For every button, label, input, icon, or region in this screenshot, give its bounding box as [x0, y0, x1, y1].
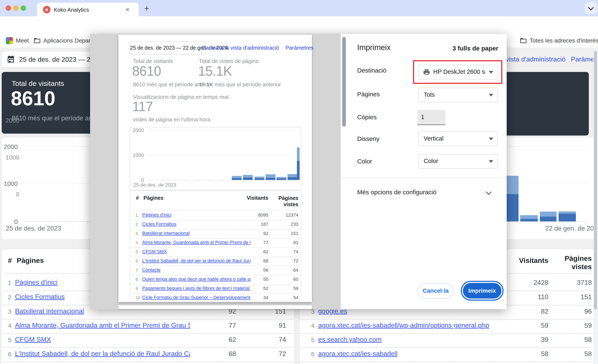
folder-icon [33, 37, 41, 44]
referrer-link[interactable]: es.search.yahoo.com [318, 336, 502, 343]
sheets-count: 3 fulls de paper [436, 45, 498, 52]
col-num: # [136, 195, 139, 201]
chevron-down-icon [588, 5, 594, 10]
copies-input[interactable]: 1 [417, 110, 445, 125]
destination-label: Destinació [357, 67, 386, 74]
y-tick: 2000 [2, 117, 19, 124]
print-preview-area: 25 de des. de 2023 — 22 de gen. de 2024 … [90, 34, 341, 309]
preview-chart-xlabel: 25 de des. de 2023 [133, 182, 176, 188]
preview-scrollbar-thumb[interactable] [342, 37, 346, 126]
layout-label: Disseny [357, 135, 380, 142]
folder-icon [520, 37, 527, 44]
panel-divider [341, 178, 507, 178]
tab-strip: e Koko Analytics × + [0, 0, 598, 16]
browser-toolbar: agora.xtec.cat/ies-sabadell/?koko-analyt… [0, 16, 598, 34]
realtime-sub: vistes de pàgina en l'última hora [133, 116, 210, 123]
preview-date-range: 25 de des. de 2023 — 22 de gen. de 2024 [130, 41, 206, 55]
color-value: Color [424, 157, 482, 165]
page-link[interactable]: L'Institut Sabadell, de dol per la defun… [15, 350, 190, 357]
preview-table: # Pàgines Visitants Pàgines vistes 1Pàgi… [130, 190, 301, 301]
dialog-title: Imprimeix [357, 43, 390, 52]
copies-value: 1 [421, 114, 424, 121]
table-row: 5 es.search.yahoo.com 39 58 [300, 333, 594, 348]
preview-admin-link: Canvia a la vista d'administració [202, 45, 279, 51]
referrer-link[interactable]: agora.xtec.cat/ies-sabadell/wp-admin/opt… [318, 322, 502, 329]
more-settings-label[interactable]: Més opcions de configuració [357, 189, 436, 196]
stat-value: 8610 [132, 63, 161, 79]
meet-icon [6, 37, 13, 44]
color-dropdown[interactable]: Color [418, 154, 498, 169]
x-ticks [151, 180, 299, 182]
chevron-down-icon [489, 71, 493, 74]
print-button[interactable]: Imprimeix [463, 283, 501, 298]
chevron-down-icon[interactable] [486, 189, 492, 195]
page-link[interactable]: Batxillerat internacional [142, 231, 251, 236]
main-chart-xlabel-right: 22 de gen. de 20 [510, 225, 594, 232]
page-link[interactable]: Pàgines d'inici [142, 212, 251, 218]
page-link[interactable]: CFGM SMX [15, 336, 190, 343]
bookmark-all-folder[interactable]: Totes les adreces d'interès [530, 37, 598, 44]
preview-chart: 2000 1000 0 25 de des. de 2023 [130, 127, 301, 190]
page-link[interactable]: L'Institut Sabadell, de dol per la defun… [142, 258, 251, 264]
table-row: 6 agora.xtec.cat/ies-sabadell 58 58 [300, 347, 594, 362]
window-close-button[interactable] [6, 5, 11, 11]
printer-icon [423, 68, 430, 76]
print-preview-page-1: 25 de des. de 2023 — 22 de gen. de 2024 … [118, 35, 312, 302]
header-divider [132, 210, 299, 210]
window-minimize-button[interactable] [13, 5, 18, 11]
print-settings-panel: Imprimeix 3 fulls de paper Destinació HP… [341, 34, 507, 309]
page-link[interactable]: Cicle Formatiu de Grau Superior – Desenv… [142, 295, 251, 300]
calendar-icon [7, 55, 15, 64]
layout-value: Vertical [424, 135, 482, 142]
page-link[interactable]: Cicles Formatius [142, 221, 251, 227]
bookmark-apps-folder[interactable]: Aplicacions Depar... [43, 37, 95, 44]
table-row: 4 agora.xtec.cat/ies-sabadell/wp-admin/o… [300, 319, 594, 334]
preview-chart-bars [130, 127, 301, 180]
browser-tab[interactable]: e Koko Analytics × [37, 3, 139, 16]
referrer-link[interactable]: agora.xtec.cat/ies-sabadell [318, 350, 502, 357]
tab-list-chevron-button[interactable] [585, 2, 597, 14]
tab-title: Koko Analytics [54, 7, 89, 13]
col-views: Pàgines vistes [273, 195, 298, 207]
browser-window: e Koko Analytics × + agora.xtec.cat/ies-… [0, 0, 598, 364]
page-link[interactable]: Alma Morante, Guardonada amb el Primer P… [142, 240, 251, 245]
close-tab-icon[interactable]: × [126, 6, 130, 13]
main-chart-xlabel-left: 25 de des. de 2023 [6, 225, 61, 232]
col-pages: Pàgines [143, 195, 164, 201]
page-link[interactable]: Contacte [142, 267, 251, 273]
destination-dropdown[interactable]: HP DeskJet 2600 serie [418, 65, 498, 79]
col-visitors: Visitants [235, 195, 268, 201]
chevron-down-icon [489, 138, 493, 140]
page-link[interactable]: Quien tenga algo que decir que hable aho… [142, 276, 251, 282]
stat-sub: 15.1K més que el període anterior [199, 81, 281, 88]
chevron-down-icon [489, 94, 493, 97]
copies-label: Còpies [357, 114, 377, 121]
cancel-button[interactable]: Cancel·la [418, 283, 454, 299]
page-link[interactable]: Pagaments beques i ajuts de llibres de t… [142, 286, 251, 291]
scrollbar-thumb[interactable] [594, 51, 597, 310]
tab-favicon: e [43, 6, 50, 13]
layout-dropdown[interactable]: Vertical [418, 132, 498, 146]
preview-settings-link: Paràmetres [285, 45, 313, 51]
scrollbar-track[interactable] [593, 48, 598, 364]
pages-dropdown[interactable]: Tots [418, 88, 498, 102]
print-preview-page-2 [118, 305, 312, 309]
page-link[interactable]: Alma Morante, Guardonada amb el Primer P… [15, 322, 190, 329]
window-zoom-button[interactable] [21, 5, 26, 11]
table-row: 6 L'Institut Sabadell, de dol per la def… [2, 347, 294, 362]
pages-value: Tots [424, 91, 482, 98]
print-dialog: 25 de des. de 2023 — 22 de gen. de 2024 … [90, 34, 507, 309]
page-link[interactable]: CFGM SMX [142, 249, 251, 254]
card-value: 8610 [11, 87, 56, 110]
bookmark-meet[interactable]: Meet [16, 37, 29, 44]
table-row: 5 CFGM SMX 62 74 [2, 333, 294, 348]
new-tab-button[interactable]: + [144, 4, 149, 13]
stat-value: 15.1K [198, 63, 232, 79]
color-label: Color [357, 158, 372, 165]
chevron-down-icon [489, 160, 493, 163]
table-row: 4 Alma Morante, Guardonada amb el Primer… [2, 319, 294, 334]
realtime-value: 117 [132, 99, 153, 114]
destination-value: HP DeskJet 2600 serie [433, 68, 485, 75]
preview-links: Canvia a la vista d'administració Paràme… [202, 45, 300, 51]
card-label: Total de visitants [12, 79, 64, 88]
